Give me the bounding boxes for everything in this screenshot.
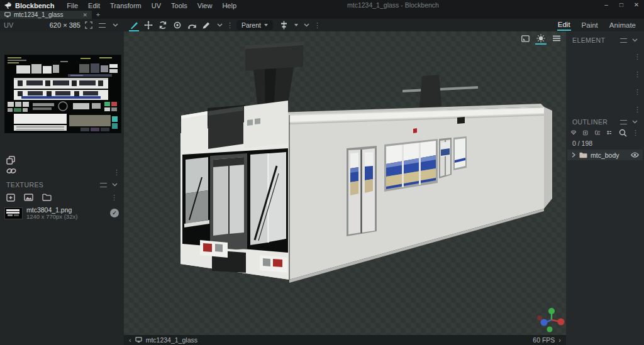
move-tool[interactable] [142, 19, 155, 31]
element-row-overflow-1[interactable]: ⋮ [634, 53, 641, 61]
status-next-icon[interactable]: › [558, 336, 561, 344]
close-button[interactable]: ✕ [629, 0, 644, 11]
uv-panel-header: UV 620 × 385 [0, 20, 124, 30]
element-collapse-icon[interactable] [632, 38, 638, 42]
axis-gizmo[interactable] [537, 308, 565, 332]
link-icon[interactable] [6, 167, 16, 177]
toolbar-chevron-icon[interactable] [302, 20, 312, 30]
element-row-overflow-2[interactable]: ⋮ [634, 70, 641, 79]
taillight-right [260, 255, 287, 273]
textures-overflow-icon[interactable]: ⋮ [111, 194, 118, 202]
outliner-toolbar: ⋮ [569, 127, 641, 138]
element-menu-icon[interactable] [620, 38, 627, 43]
uv-collapse-chevron-icon[interactable] [110, 20, 120, 30]
left-panel: ⋮ TEXTURES ⋮ mtc3804_1.png 1240 x 770px … [0, 31, 124, 345]
tab-animate-mode[interactable]: Animate [609, 21, 636, 30]
parent-dropdown[interactable]: Parent [236, 20, 273, 30]
outliner-overflow-icon[interactable]: ⋮ [632, 129, 639, 137]
toolbar: UV 620 × 385 [0, 19, 644, 31]
menu-edit[interactable]: Edit [83, 2, 105, 9]
menu-help[interactable]: Help [217, 2, 242, 9]
new-tab-button[interactable]: + [92, 11, 104, 19]
window-title: mtc1234_1_glass - Blockbench [347, 0, 439, 11]
train-model[interactable] [124, 31, 566, 335]
menu-tools[interactable]: Tools [166, 2, 192, 9]
add-cube-icon[interactable] [583, 129, 588, 137]
model-icon [4, 12, 11, 18]
mirror-tool[interactable] [186, 19, 198, 31]
3d-viewport[interactable] [124, 31, 566, 335]
viewport-menu-icon[interactable] [551, 33, 562, 43]
outliner-node-mtc-body[interactable]: mtc_body [567, 150, 643, 160]
menu-transform[interactable]: Transform [105, 2, 147, 9]
outliner-collapse-icon[interactable] [632, 120, 638, 124]
maximize-button[interactable]: □ [614, 0, 629, 11]
outliner-menu-icon[interactable] [620, 120, 627, 124]
gizmo-x[interactable] [558, 319, 565, 326]
element-row-overflow-4[interactable]: ⋮ [634, 106, 641, 114]
gizmo-z[interactable] [541, 319, 548, 326]
uv-menu-icon[interactable] [97, 20, 107, 30]
gizmo-y-neg[interactable] [547, 327, 553, 332]
paint-brush-tool[interactable] [128, 19, 140, 31]
texture-list-item[interactable]: mtc3804_1.png 1240 x 770px (32x) ✓ [0, 205, 124, 221]
element-row-overflow-3[interactable]: ⋮ [634, 88, 641, 96]
train-side[interactable] [289, 107, 544, 280]
snap-caret-icon[interactable] [294, 24, 298, 26]
textures-toolbar: ⋮ [3, 192, 121, 203]
create-texture-icon[interactable] [24, 194, 33, 201]
side-marker-light [413, 128, 417, 133]
add-mesh-icon[interactable] [571, 129, 576, 136]
panel-menu-icon[interactable]: ⋮ [113, 168, 120, 177]
outliner-header-label: OUTLINER [572, 118, 608, 126]
status-prev-icon[interactable]: ‹ [129, 336, 131, 344]
element-header: ELEMENT [566, 35, 644, 45]
blockbench-logo-icon [4, 2, 12, 9]
textures-header: TEXTURES [0, 180, 124, 190]
textures-collapse-icon[interactable] [112, 183, 118, 187]
frame-view-icon[interactable] [84, 20, 94, 30]
expand-chevron-icon[interactable] [571, 152, 576, 158]
minimize-button[interactable]: – [599, 0, 614, 11]
rotate-tool[interactable] [157, 19, 169, 31]
pantograph-rear[interactable] [402, 75, 478, 107]
tab-edit-mode[interactable]: Edit [557, 20, 571, 31]
uv-texture-preview[interactable] [5, 55, 121, 133]
pivot-tool[interactable] [171, 19, 184, 31]
outliner-view-icon[interactable] [607, 129, 612, 136]
gizmo-y[interactable] [548, 308, 555, 314]
pencil-tool[interactable] [200, 19, 213, 31]
menu-file[interactable]: File [62, 2, 83, 9]
parent-caret-icon [264, 24, 268, 26]
shading-sun-icon[interactable] [535, 33, 547, 43]
titlebar: Blockbench File Edit Transform UV Tools … [0, 0, 644, 11]
texture-meta: 1240 x 770px (32x) [26, 214, 77, 221]
element-header-label: ELEMENT [572, 36, 605, 44]
parent-dropdown-label: Parent [242, 21, 261, 29]
visibility-eye-icon[interactable] [631, 152, 639, 158]
vertex-snap-tool[interactable] [278, 19, 291, 31]
viewport-toggles [519, 33, 562, 43]
right-panel: ELEMENT ⋮ ⋮ ⋮ ⋮ OUTLINER ⋮ [566, 31, 644, 345]
tab-title: mtc1234_1_glass [14, 11, 63, 18]
status-model-icon [135, 337, 142, 343]
screenshot-icon[interactable] [519, 33, 531, 43]
gizmo-x-neg[interactable] [537, 315, 542, 320]
add-group-icon[interactable] [595, 129, 601, 136]
toolbar-overflow-icon[interactable]: ⋮ [226, 20, 231, 30]
menu-uv[interactable]: UV [147, 2, 166, 9]
search-icon[interactable] [619, 129, 627, 137]
import-texture-icon[interactable] [6, 194, 15, 202]
menu-view[interactable]: View [192, 2, 218, 9]
copy-icon[interactable] [6, 156, 16, 166]
fps-counter: 60 FPS [533, 336, 555, 344]
toolbar-overflow2-icon[interactable]: ⋮ [314, 20, 319, 30]
tools-chevron-icon[interactable] [214, 20, 225, 30]
uv-size-value: 620 × 385 [50, 21, 80, 29]
tab-paint-mode[interactable]: Paint [581, 21, 599, 30]
textures-menu-icon[interactable] [100, 183, 107, 187]
tab-close-icon[interactable]: ✕ [82, 12, 87, 18]
texture-selected-check-icon: ✓ [110, 209, 119, 217]
texture-folder-icon[interactable] [42, 194, 52, 201]
tab-model[interactable]: mtc1234_1_glass ✕ [0, 11, 92, 19]
